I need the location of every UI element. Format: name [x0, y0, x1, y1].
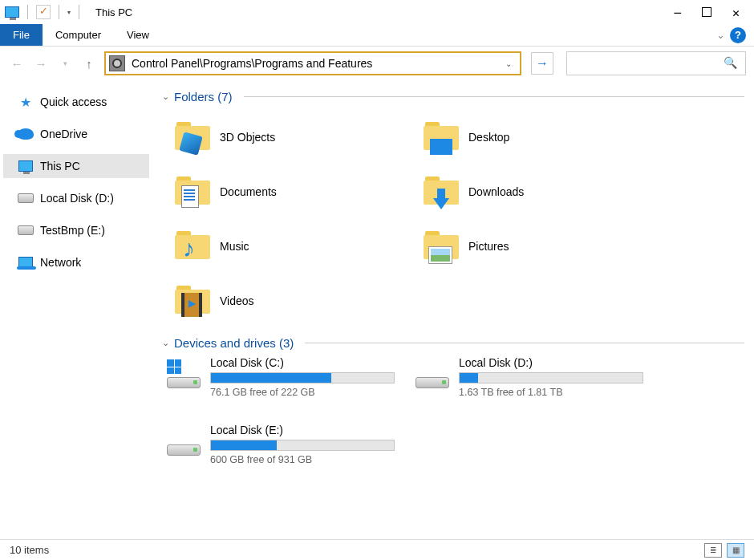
group-header-drives[interactable]: ⌄ Devices and drives (3): [162, 336, 744, 350]
status-item-count: 10 items: [10, 544, 49, 556]
address-bar[interactable]: ⌄: [104, 51, 521, 75]
tab-computer[interactable]: Computer: [43, 24, 114, 46]
sidebar-item-label: This PC: [40, 160, 80, 172]
navigation-pane: Quick access OneDrive This PC Local Disk…: [0, 80, 152, 539]
address-history-dropdown[interactable]: ⌄: [501, 59, 517, 68]
up-button[interactable]: ↑: [80, 55, 98, 72]
drive-local-disk-c[interactable]: Local Disk (C:) 76.1 GB free of 222 GB: [162, 356, 411, 408]
pc-icon: [18, 159, 34, 173]
ribbon-tabs: File Computer View ⌄ ?: [0, 24, 754, 47]
window-title: This PC: [95, 6, 132, 18]
drive-usage-bar: [210, 372, 395, 383]
group-header-folders[interactable]: ⌄ Folders (7): [162, 90, 744, 103]
folder-icon: [424, 174, 459, 209]
drive-free-text: 76.1 GB free of 222 GB: [210, 387, 395, 398]
address-input[interactable]: [130, 53, 501, 74]
folder-pictures[interactable]: Pictures: [411, 219, 659, 274]
sidebar-item-onedrive[interactable]: OneDrive: [3, 122, 149, 146]
folder-downloads[interactable]: Downloads: [411, 164, 659, 219]
folder-icon: [175, 174, 210, 209]
status-bar: 10 items ≣ ▦: [0, 539, 754, 560]
group-title: Folders (7): [174, 90, 233, 103]
windows-flag-icon: [167, 359, 181, 374]
folder-videos[interactable]: Videos: [162, 274, 411, 328]
folder-label: Videos: [220, 294, 254, 307]
tab-file[interactable]: File: [0, 24, 43, 46]
folder-icon: ♪: [175, 229, 210, 264]
close-button[interactable]: [732, 5, 740, 20]
sidebar-item-label: TestBmp (E:): [40, 224, 105, 237]
chevron-down-icon: ⌄: [162, 91, 169, 102]
folder-label: Music: [220, 240, 249, 253]
network-icon: [18, 255, 34, 270]
search-box[interactable]: 🔍: [566, 51, 746, 75]
refresh-go-button[interactable]: →: [531, 52, 553, 75]
separator: [59, 5, 59, 19]
separator: [79, 5, 79, 19]
drive-name: Local Disk (D:): [459, 356, 643, 369]
drive-name: Local Disk (E:): [210, 424, 395, 436]
sidebar-item-this-pc[interactable]: This PC: [3, 154, 149, 178]
separator: [27, 5, 28, 19]
sidebar-item-label: OneDrive: [40, 128, 87, 140]
hdd-icon: [18, 223, 34, 237]
hdd-icon: [165, 356, 201, 395]
drive-free-text: 600 GB free of 931 GB: [210, 454, 395, 465]
folder-documents[interactable]: Documents: [162, 164, 411, 219]
view-details-button[interactable]: ≣: [704, 543, 722, 558]
sidebar-item-label: Quick access: [40, 95, 107, 108]
folder-desktop[interactable]: Desktop: [411, 110, 659, 164]
recent-locations-dropdown[interactable]: ▾: [56, 55, 74, 72]
sidebar-item-quick-access[interactable]: Quick access: [3, 90, 149, 114]
folder-label: 3D Objects: [220, 131, 275, 144]
drives-grid: Local Disk (C:) 76.1 GB free of 222 GB L…: [162, 356, 744, 475]
sidebar-item-testbmp-e[interactable]: TestBmp (E:): [3, 218, 149, 242]
app-icon: [5, 5, 19, 19]
content-pane: ⌄ Folders (7) 3D Objects Desktop Documen…: [152, 80, 754, 539]
qat-properties-icon[interactable]: ✓: [36, 5, 51, 19]
folder-music[interactable]: ♪ Music: [162, 219, 411, 274]
onedrive-icon: [18, 127, 34, 141]
star-icon: [18, 95, 34, 109]
ribbon-collapse-icon[interactable]: ⌄: [711, 24, 730, 46]
chevron-down-icon: ⌄: [162, 338, 169, 348]
folder-label: Documents: [220, 185, 277, 198]
sidebar-item-local-disk-d[interactable]: Local Disk (D:): [3, 186, 149, 210]
title-bar: ✓ ▾ This PC: [0, 0, 754, 24]
search-icon: 🔍: [724, 56, 737, 69]
folder-label: Downloads: [468, 185, 524, 198]
drive-name: Local Disk (C:): [210, 356, 395, 369]
folder-icon: [175, 283, 210, 319]
sidebar-item-network[interactable]: Network: [3, 250, 149, 274]
sidebar-item-label: Network: [40, 256, 81, 269]
drive-free-text: 1.63 TB free of 1.81 TB: [459, 387, 643, 398]
drive-usage-bar: [459, 372, 643, 383]
location-icon: [109, 55, 125, 71]
hdd-icon: [165, 424, 201, 462]
minimize-button[interactable]: [675, 5, 681, 20]
folder-3d-objects[interactable]: 3D Objects: [162, 110, 411, 164]
folder-label: Desktop: [468, 131, 509, 144]
group-title: Devices and drives (3): [174, 336, 294, 350]
sidebar-item-label: Local Disk (D:): [40, 192, 114, 205]
hdd-icon: [18, 191, 34, 205]
drive-local-disk-d[interactable]: Local Disk (D:) 1.63 TB free of 1.81 TB: [411, 356, 659, 408]
folder-icon: [175, 120, 210, 155]
qat-dropdown-icon[interactable]: ▾: [67, 9, 71, 16]
separator: [244, 96, 744, 97]
drive-local-disk-e[interactable]: Local Disk (E:) 600 GB free of 931 GB: [162, 424, 411, 475]
folder-icon: [424, 229, 459, 264]
back-button[interactable]: ←: [8, 55, 26, 72]
view-tiles-button[interactable]: ▦: [727, 543, 744, 558]
separator: [305, 343, 744, 343]
hdd-icon: [414, 356, 449, 395]
tab-view[interactable]: View: [114, 24, 162, 46]
folder-icon: [424, 120, 459, 155]
forward-button[interactable]: →: [32, 55, 50, 72]
maximize-button[interactable]: [702, 7, 711, 17]
navigation-toolbar: ← → ▾ ↑ ⌄ → 🔍: [0, 47, 754, 80]
drive-usage-bar: [210, 440, 395, 451]
folder-label: Pictures: [468, 240, 509, 253]
help-button[interactable]: ?: [730, 27, 746, 43]
